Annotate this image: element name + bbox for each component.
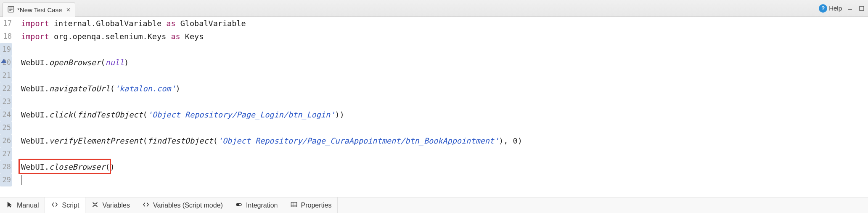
help-icon: ? [819,4,827,13]
tab-properties[interactable]: Properties [284,197,338,213]
tab-manual[interactable]: Manual [0,197,45,213]
line-number: 17 [0,17,14,30]
tab-label: Integration [246,202,278,209]
editor-tab[interactable]: *New Test Case ✕ [3,3,75,17]
code-line[interactable] [21,69,868,82]
code-line[interactable]: WebUI.openBrowser(null) [21,56,868,69]
code-icon [51,201,58,210]
text-cursor [21,175,21,185]
help-label: Help [829,5,842,12]
code-line[interactable]: import org.openqa.selenium.Keys as Keys [21,30,868,43]
tab-integration[interactable]: Integration [229,197,284,213]
cursor-icon [6,201,13,210]
line-number: 24 [0,108,14,121]
tab-label: Manual [17,202,39,209]
svg-rect-8 [291,202,297,207]
code-line[interactable]: WebUI.navigateToUrl('katalon.com') [21,82,868,95]
line-number: 22 [0,82,14,95]
bottom-tab-bar: ManualScriptVariablesVariables (Script m… [0,197,868,213]
line-number: 25 [0,121,14,134]
tab-label: Variables (Script mode) [153,202,223,209]
minimize-button[interactable] [846,5,854,12]
line-number: 29 [0,173,14,186]
code-line[interactable] [21,121,868,134]
tab-script[interactable]: Script [45,197,85,213]
line-number: 21 [0,69,14,82]
test-case-icon [7,5,15,14]
help-link[interactable]: ? Help [819,4,842,13]
tab-variables-script[interactable]: Variables (Script mode) [136,197,229,213]
line-number: 26 [0,134,14,147]
code-line[interactable] [21,147,868,160]
breakpoint-icon [1,59,7,63]
line-number: 18 [0,30,14,43]
svg-point-7 [239,203,241,205]
line-number: 19 [0,43,14,56]
line-number: 23 [0,95,14,108]
line-number-gutter: 17181920212223242526272829 [0,17,15,197]
grid-icon [290,201,298,210]
svg-rect-5 [860,6,864,11]
code-line[interactable] [21,95,868,108]
code-line[interactable]: WebUI.closeBrowser() [21,160,868,173]
editor-tab-label: *New Test Case [17,6,62,13]
x-icon [91,201,99,210]
code-line[interactable]: import internal.GlobalVariable as Global… [21,17,868,30]
line-number: 27 [0,147,14,160]
code-line[interactable]: WebUI.verifyElementPresent(findTestObjec… [21,134,868,147]
code-editor[interactable]: 17181920212223242526272829 import intern… [0,17,868,197]
code-area[interactable]: import internal.GlobalVariable as Global… [15,17,868,197]
tab-variables[interactable]: Variables [85,197,136,213]
toggle-icon [235,201,243,210]
tab-label: Properties [301,202,332,209]
close-icon[interactable]: ✕ [64,7,71,13]
line-number: 20 [0,56,14,69]
tab-label: Variables [102,202,130,209]
editor-tab-bar: *New Test Case ✕ ? Help [0,0,868,17]
tab-label: Script [62,202,79,209]
code-icon [142,201,150,210]
line-number: 28 [0,160,14,173]
code-line[interactable]: WebUI.click(findTestObject('Object Repos… [21,108,868,121]
maximize-button[interactable] [858,5,865,12]
code-line[interactable] [21,43,868,56]
code-line[interactable] [21,173,868,186]
